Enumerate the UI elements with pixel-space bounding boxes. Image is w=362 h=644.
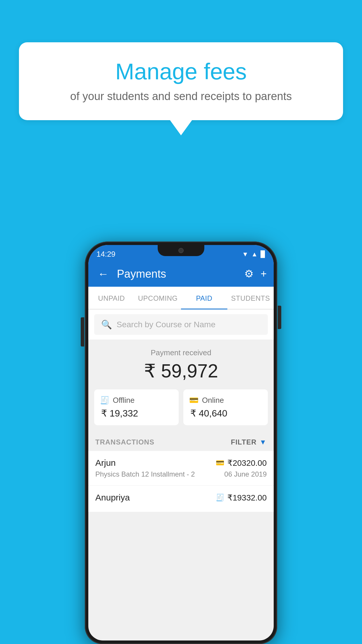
online-amount: ₹ 40,640 — [189, 408, 262, 419]
card-payment-icon: 💳 — [216, 459, 224, 467]
search-box[interactable]: 🔍 Search by Course or Name — [94, 314, 268, 335]
offline-card-header: 🧾 Offline — [100, 396, 173, 405]
phone-screen: 14:29 ▼ ▲ ▉ ← Payments ⚙ + UNPAID UPCO — [88, 245, 274, 640]
status-icons: ▼ ▲ ▉ — [242, 251, 266, 258]
phone-outer: 14:29 ▼ ▲ ▉ ← Payments ⚙ + UNPAID UPCO — [85, 242, 277, 644]
status-time: 14:29 — [96, 250, 115, 259]
online-icon: 💳 — [189, 396, 198, 405]
transaction-row-2[interactable]: Anupriya 🧾 ₹19332.00 — [88, 486, 274, 512]
transaction-date: 06 June 2019 — [224, 470, 267, 478]
student-name-2: Anupriya — [95, 493, 130, 503]
payment-summary: Payment received ₹ 59,972 🧾 Offline ₹ 19… — [88, 340, 274, 432]
search-icon: 🔍 — [101, 319, 112, 330]
speech-bubble: Manage fees of your students and send re… — [19, 42, 343, 120]
back-button[interactable]: ← — [95, 265, 111, 283]
transaction-amount-2: ₹19332.00 — [227, 493, 267, 503]
speech-bubble-container: Manage fees of your students and send re… — [19, 42, 343, 120]
offline-card: 🧾 Offline ₹ 19,332 — [94, 389, 179, 425]
wifi-icon: ▼ — [242, 251, 248, 258]
tab-upcoming[interactable]: UPCOMING — [135, 287, 181, 309]
offline-icon: 🧾 — [100, 396, 109, 405]
offline-label: Offline — [113, 396, 135, 405]
tabs-bar: UNPAID UPCOMING PAID STUDENTS — [88, 287, 274, 309]
transaction-bottom: Physics Batch 12 Installment - 2 06 June… — [95, 470, 267, 478]
payment-total: ₹ 59,972 — [94, 360, 268, 382]
payment-received-label: Payment received — [94, 348, 268, 357]
transaction-top: Arjun 💳 ₹20320.00 — [95, 458, 267, 468]
search-container: 🔍 Search by Course or Name — [88, 309, 274, 340]
tab-unpaid[interactable]: UNPAID — [88, 287, 135, 309]
plus-icon[interactable]: + — [261, 268, 267, 280]
phone-frame: 14:29 ▼ ▲ ▉ ← Payments ⚙ + UNPAID UPCO — [85, 242, 277, 644]
payment-cards: 🧾 Offline ₹ 19,332 💳 Online ₹ 40,640 — [94, 389, 268, 425]
transaction-amount-row-2: 🧾 ₹19332.00 — [216, 493, 267, 503]
signal-icon: ▲ — [251, 251, 258, 258]
battery-icon: ▉ — [261, 251, 266, 258]
app-title: Payments — [117, 268, 238, 280]
transaction-amount: ₹20320.00 — [227, 458, 267, 468]
cash-payment-icon: 🧾 — [216, 494, 224, 502]
tab-students[interactable]: STUDENTS — [227, 287, 274, 309]
transaction-amount-row: 💳 ₹20320.00 — [216, 458, 267, 468]
filter-label: FILTER — [231, 438, 256, 446]
transactions-label: TRANSACTIONS — [95, 438, 154, 446]
bubble-title: Manage fees — [36, 58, 326, 85]
camera-dot — [178, 248, 184, 253]
student-name: Arjun — [95, 458, 116, 468]
online-label: Online — [202, 396, 224, 405]
gear-icon[interactable]: ⚙ — [244, 268, 254, 280]
search-input[interactable]: Search by Course or Name — [117, 320, 215, 329]
notch — [158, 245, 204, 256]
transaction-row[interactable]: Arjun 💳 ₹20320.00 Physics Batch 12 Insta… — [88, 451, 274, 486]
filter-button[interactable]: FILTER ▼ — [231, 438, 267, 446]
transactions-header: TRANSACTIONS FILTER ▼ — [88, 432, 274, 451]
app-bar-actions: ⚙ + — [244, 268, 267, 280]
tab-paid[interactable]: PAID — [181, 287, 227, 309]
online-card-header: 💳 Online — [189, 396, 262, 405]
bubble-subtitle: of your students and send receipts to pa… — [36, 90, 326, 103]
course-info: Physics Batch 12 Installment - 2 — [95, 470, 195, 478]
filter-icon: ▼ — [259, 438, 267, 446]
transaction-top-2: Anupriya 🧾 ₹19332.00 — [95, 493, 267, 503]
app-bar: ← Payments ⚙ + — [88, 261, 274, 287]
online-card: 💳 Online ₹ 40,640 — [183, 389, 268, 425]
offline-amount: ₹ 19,332 — [100, 408, 173, 419]
